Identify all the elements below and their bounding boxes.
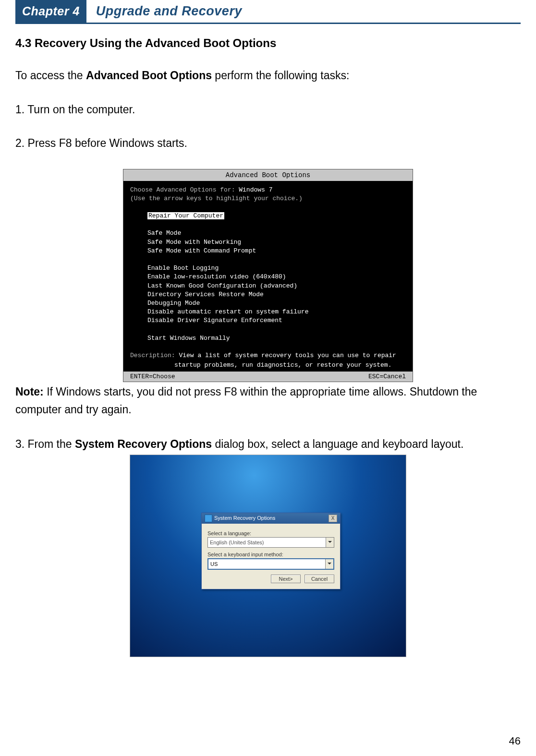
advanced-boot-options-screenshot: Advanced Boot Options Choose Advanced Op… bbox=[123, 169, 413, 383]
chapter-title: Upgrade and Recovery bbox=[86, 0, 242, 23]
abo-opt-disable-driversig: Disable Driver Signature Enforcement bbox=[130, 316, 406, 325]
step-3: 3. From the System Recovery Options dial… bbox=[15, 436, 521, 453]
abo-selected-option: Repair Your Computer bbox=[147, 212, 224, 219]
abo-desc-l1: View a list of system recovery tools you… bbox=[179, 352, 396, 359]
figure-2-wrap: System Recovery Options X Select a langu… bbox=[15, 455, 521, 657]
system-recovery-options-screenshot: System Recovery Options X Select a langu… bbox=[130, 455, 406, 657]
sro-lang-value: English (United States) bbox=[208, 540, 326, 545]
abo-choose-pre: Choose Advanced Options for: bbox=[130, 186, 239, 193]
sro-body: Select a language: English (United State… bbox=[202, 524, 340, 589]
page-number: 46 bbox=[509, 735, 521, 747]
sro-lang-select: English (United States) bbox=[207, 537, 334, 548]
abo-opt-safe-mode-net: Safe Mode with Networking bbox=[130, 238, 406, 247]
intro-bold: Advanced Boot Options bbox=[86, 69, 212, 82]
abo-opt-safe-mode: Safe Mode bbox=[130, 229, 406, 238]
abo-opt-lowres: Enable low-resolution video (640x480) bbox=[130, 273, 406, 281]
abo-opt-lkgc: Last Known Good Configuration (advanced) bbox=[130, 282, 406, 290]
intro-paragraph: To access the Advanced Boot Options perf… bbox=[15, 67, 521, 84]
step3-post: dialog box, select a language and keyboa… bbox=[212, 438, 463, 450]
abo-arrows: (Use the arrow keys to highlight your ch… bbox=[130, 194, 406, 203]
sro-lang-label: Select a language: bbox=[207, 530, 334, 536]
abo-footer: ENTER=Choose ESC=Cancel bbox=[123, 372, 413, 382]
abo-footer-enter: ENTER=Choose bbox=[130, 373, 175, 380]
chevron-down-icon bbox=[326, 538, 334, 547]
sro-title: System Recovery Options bbox=[214, 515, 275, 520]
step3-bold: System Recovery Options bbox=[75, 438, 212, 450]
section-heading: 4.3 Recovery Using the Advanced Boot Opt… bbox=[15, 36, 521, 50]
sro-kbd-label: Select a keyboard input method: bbox=[207, 552, 334, 557]
note-label: Note: bbox=[15, 385, 44, 398]
cancel-button: Cancel bbox=[305, 575, 334, 583]
abo-opt-debugging: Debugging Mode bbox=[130, 299, 406, 308]
next-button: Next> bbox=[271, 575, 301, 583]
abo-desc-label: Description: bbox=[130, 352, 175, 359]
step-1: 1. Turn on the computer. bbox=[15, 101, 521, 118]
abo-footer-esc: ESC=Cancel bbox=[368, 373, 406, 380]
sro-buttons: Next> Cancel bbox=[207, 575, 334, 583]
sro-dialog: System Recovery Options X Select a langu… bbox=[201, 513, 341, 589]
document-page: Chapter 4 Upgrade and Recovery 4.3 Recov… bbox=[0, 0, 536, 756]
abo-body: Choose Advanced Options for: Windows 7 (… bbox=[123, 181, 413, 372]
note-paragraph: Note: If Windows starts, you did not pre… bbox=[15, 383, 521, 419]
chevron-down-icon bbox=[325, 559, 333, 569]
sro-titlebar: System Recovery Options X bbox=[202, 513, 340, 524]
figure-1-wrap: Advanced Boot Options Choose Advanced Op… bbox=[15, 169, 521, 383]
abo-opt-start-normally: Start Windows Normally bbox=[130, 334, 406, 343]
chapter-badge: Chapter 4 bbox=[15, 0, 86, 23]
sro-kbd-value: US bbox=[208, 561, 325, 567]
abo-opt-disable-restart: Disable automatic restart on system fail… bbox=[130, 308, 406, 316]
shield-icon bbox=[205, 515, 212, 522]
step3-pre: 3. From the bbox=[15, 438, 75, 450]
close-icon: X bbox=[329, 515, 337, 522]
abo-choose-os: Windows 7 bbox=[239, 186, 272, 193]
chapter-header: Chapter 4 Upgrade and Recovery bbox=[15, 0, 521, 24]
intro-pre: To access the bbox=[15, 69, 86, 82]
abo-opt-ds-restore: Directory Services Restore Mode bbox=[130, 290, 406, 299]
abo-title: Advanced Boot Options bbox=[123, 169, 413, 181]
abo-opt-boot-logging: Enable Boot Logging bbox=[130, 264, 406, 273]
note-text: If Windows starts, you did not press F8 … bbox=[15, 385, 477, 416]
abo-opt-safe-mode-cmd: Safe Mode with Command Prompt bbox=[130, 247, 406, 255]
sro-kbd-select: US bbox=[207, 558, 334, 570]
abo-desc-l2: startup problems, run diagnostics, or re… bbox=[130, 361, 406, 370]
step-2: 2. Press F8 before Windows starts. bbox=[15, 135, 521, 152]
intro-post: perform the following tasks: bbox=[212, 69, 349, 82]
